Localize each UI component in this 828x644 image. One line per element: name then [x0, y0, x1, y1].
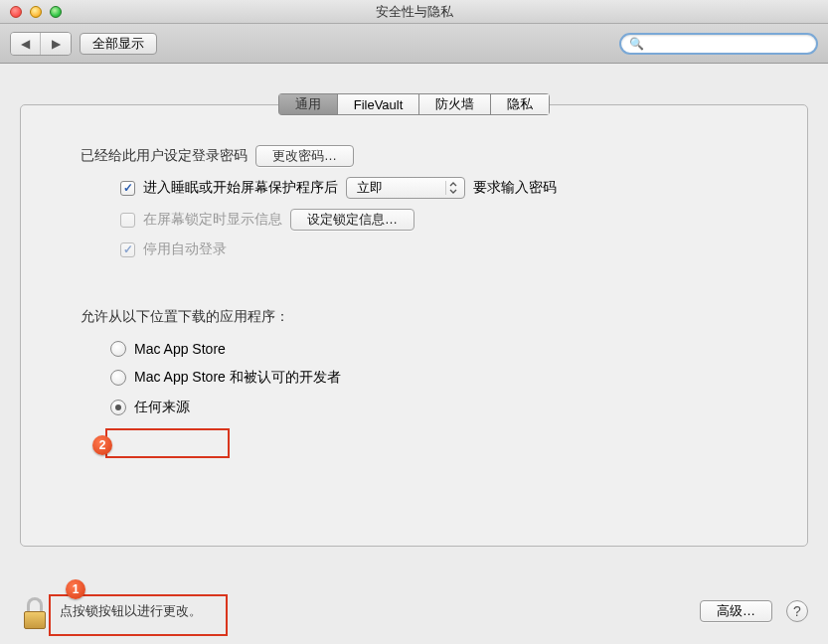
lock-icon[interactable]: [20, 593, 50, 629]
nav-buttons: ◀ ▶: [10, 32, 72, 56]
show-message-checkbox: [120, 213, 135, 228]
login-password-label: 已经给此用户设定登录密码: [81, 147, 248, 165]
back-button[interactable]: ◀: [11, 33, 41, 55]
tab-firewall[interactable]: 防火墙: [419, 93, 491, 115]
advanced-button[interactable]: 高级…: [700, 600, 772, 622]
radio-anywhere-label: 任何来源: [134, 399, 190, 416]
window-title: 安全性与隐私: [376, 3, 453, 21]
forward-button[interactable]: ▶: [41, 33, 71, 55]
help-button[interactable]: ?: [786, 600, 808, 622]
radio-mac-app-store-label: Mac App Store: [134, 341, 226, 357]
disable-auto-login-checkbox: [120, 242, 135, 257]
allow-apps-label: 允许从以下位置下载的应用程序：: [81, 308, 747, 326]
set-lock-message-button[interactable]: 设定锁定信息…: [290, 209, 414, 231]
require-password-suffix: 要求输入密码: [473, 179, 557, 197]
annotation-badge-2: 2: [92, 435, 112, 455]
radio-mac-app-store[interactable]: [110, 341, 126, 357]
require-password-delay-select[interactable]: 立即: [346, 177, 465, 199]
close-window-button[interactable]: [10, 6, 22, 18]
show-all-button[interactable]: 全部显示: [80, 33, 157, 55]
tab-privacy[interactable]: 隐私: [491, 93, 550, 115]
radio-identified-developers-label: Mac App Store 和被认可的开发者: [134, 369, 341, 387]
zoom-window-button[interactable]: [50, 6, 62, 18]
radio-identified-developers[interactable]: [110, 370, 126, 386]
search-input[interactable]: 🔍: [619, 33, 818, 55]
tab-general[interactable]: 通用: [278, 93, 338, 115]
minimize-window-button[interactable]: [30, 6, 42, 18]
radio-anywhere[interactable]: [110, 400, 126, 415]
tab-filevault[interactable]: FileVault: [338, 93, 420, 115]
show-message-label: 在屏幕锁定时显示信息: [143, 211, 282, 229]
search-icon: 🔍: [629, 37, 644, 51]
require-password-checkbox[interactable]: [120, 181, 135, 196]
annotation-box-1: [49, 594, 228, 636]
general-panel: 已经给此用户设定登录密码 更改密码… 进入睡眠或开始屏幕保护程序后 立即 要求输…: [20, 104, 808, 547]
require-password-label: 进入睡眠或开始屏幕保护程序后: [143, 179, 338, 197]
change-password-button[interactable]: 更改密码…: [255, 145, 354, 167]
annotation-box-2: 2: [105, 428, 230, 458]
disable-auto-login-label: 停用自动登录: [143, 241, 227, 258]
tab-group: 通用 FileVault 防火墙 隐私: [278, 93, 551, 115]
annotation-badge-1: 1: [66, 579, 85, 599]
